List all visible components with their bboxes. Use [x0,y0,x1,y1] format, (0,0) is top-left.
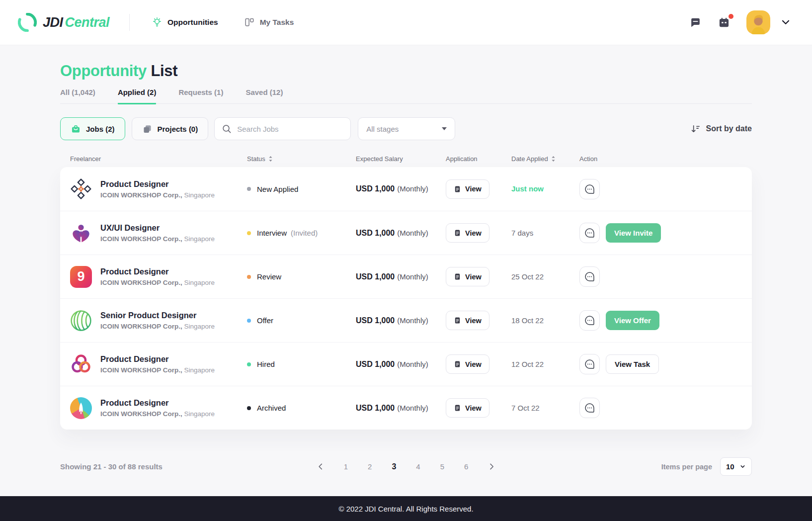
caret-down-icon [442,127,447,130]
status-label: New Applied [257,185,298,193]
projects-filter-label: Projects (0) [158,125,198,133]
job-title[interactable]: Product Designer [100,354,215,364]
view-application-button[interactable]: View [446,267,489,286]
main-nav: Opportunities My Tasks [152,17,294,28]
salary-amount: USD 1,000 [356,404,395,412]
chat-button[interactable] [579,266,600,287]
document-icon [454,317,461,324]
nav-opportunities[interactable]: Opportunities [152,17,218,28]
nav-my-tasks-label: My Tasks [260,18,294,27]
brand-name: JDICentral [43,15,109,30]
column-action: Action [579,155,752,163]
document-icon [454,273,461,280]
company-name: ICOIN WORKSHOP Corp., Singapore [100,279,215,286]
results-summary: Showing 21 - 30 of 88 results [60,462,162,471]
chat-button[interactable] [579,354,600,374]
salary-period: (Monthly) [397,272,428,281]
sort-arrows-icon [551,156,556,162]
main-content: Opportunity List All (1,042) Applied (2)… [0,45,812,496]
job-title[interactable]: Product Designer [100,179,215,189]
salary-amount: USD 1,000 [356,360,395,368]
search-jobs-input[interactable] [237,125,343,133]
company-logo-diamond [70,178,92,200]
page-3-current[interactable]: 3 [388,460,400,473]
tab-requests[interactable]: Requests (1) [178,88,223,104]
job-title[interactable]: UX/UI Designer [100,223,215,233]
view-application-button[interactable]: View [446,398,489,418]
items-per-page-label: Items per page [661,463,712,471]
date-applied: Just now [511,184,544,193]
company-logo-rocket [70,397,92,419]
calendar-button[interactable] [715,13,733,32]
salary-amount: USD 1,000 [356,184,395,193]
company-name: ICOIN WORKSHOP Corp., Singapore [100,235,215,243]
status-note: (Invited) [291,229,318,237]
tab-applied[interactable]: Applied (2) [118,88,157,104]
column-freelancer: Freelancer [70,155,247,163]
view-offer-button[interactable]: View Offer [606,311,659,330]
status-dot [247,406,251,410]
search-jobs-box [214,117,351,140]
page-numbers: 1 2 3 4 5 6 [314,459,499,474]
company-logo-trefoil [70,353,92,375]
brand-logo[interactable]: JDICentral [18,13,109,32]
page-6[interactable]: 6 [460,460,472,473]
projects-filter-button[interactable]: Projects (0) [132,117,209,140]
nav-opportunities-label: Opportunities [167,18,218,27]
filter-toolbar: Jobs (2) Projects (0) All stages [60,117,752,140]
brand-mark-icon [18,13,37,32]
view-invite-button[interactable]: View Invite [606,223,661,243]
page-5[interactable]: 5 [436,460,448,473]
salary-period: (Monthly) [397,316,428,325]
date-applied: 18 Oct 22 [511,316,544,325]
sort-by-date[interactable]: Sort by date [690,124,752,134]
column-status[interactable]: Status [247,155,356,163]
job-title[interactable]: Senior Product Designer [100,311,215,320]
nav-my-tasks[interactable]: My Tasks [244,17,294,28]
header-divider [129,14,130,31]
items-per-page-select[interactable]: 10 [720,457,752,476]
job-title[interactable]: Product Designer [100,267,215,276]
page-1[interactable]: 1 [340,460,352,473]
view-application-button[interactable]: View [446,311,489,330]
chat-button[interactable] [579,223,600,243]
column-date-applied[interactable]: Date Applied [511,155,579,163]
search-icon [222,124,232,134]
page-title: Opportunity List [60,62,752,80]
prev-page-button[interactable] [314,459,328,474]
stage-filter-select[interactable]: All stages [358,117,455,140]
page-2[interactable]: 2 [364,460,376,473]
jobs-filter-label: Jobs (2) [86,125,115,133]
page-4[interactable]: 4 [412,460,424,473]
view-task-button[interactable]: View Task [606,354,659,374]
tab-bar: All (1,042) Applied (2) Requests (1) Sav… [60,88,752,104]
table-row: 9 Product Designer ICOIN WORKSHOP Corp.,… [60,255,752,298]
user-avatar[interactable] [746,10,770,34]
date-applied: 7 Oct 22 [511,404,540,412]
tab-all[interactable]: All (1,042) [60,88,95,104]
page-footer: © 2022 JDI Central. All Rights Reserved. [0,496,812,521]
chat-button[interactable] [579,179,600,199]
chat-bubble-icon [689,16,702,29]
company-logo-green-swirl [70,310,92,332]
view-application-button[interactable]: View [446,354,489,374]
document-icon [454,360,461,368]
column-application: Application [446,155,511,163]
jobs-filter-button[interactable]: Jobs (2) [60,117,125,140]
view-application-button[interactable]: View [446,223,489,243]
company-logo-nine: 9 [70,266,92,288]
view-application-button[interactable]: View [446,179,489,199]
profile-menu-chevron[interactable] [777,14,794,31]
chat-button[interactable] [579,398,600,418]
next-page-button[interactable] [484,459,498,474]
chat-button[interactable] [579,310,600,331]
tab-saved[interactable]: Saved (12) [245,88,283,104]
company-name: ICOIN WORKSHOP Corp., Singapore [100,323,215,330]
status-label: Offer [257,316,273,325]
top-navbar: JDICentral Opportunities My Tasks [0,0,812,45]
job-title[interactable]: Product Designer [100,398,215,408]
table-row: Product Designer ICOIN WORKSHOP Corp., S… [60,167,752,211]
chat-dots-icon [583,227,596,239]
opportunity-table: Product Designer ICOIN WORKSHOP Corp., S… [60,167,752,430]
messages-button[interactable] [686,13,705,32]
